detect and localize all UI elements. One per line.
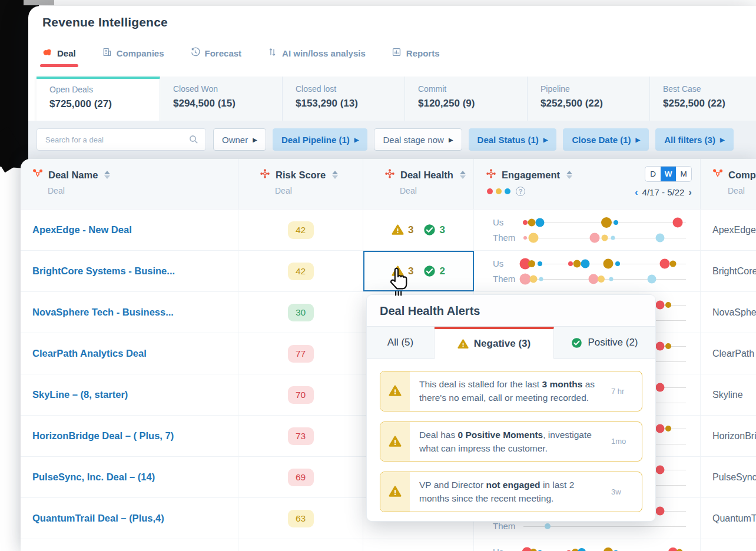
activity-dot[interactable]: [660, 258, 670, 268]
activity-dot[interactable]: [598, 276, 605, 283]
activity-dot[interactable]: [655, 341, 664, 350]
deal-health-cell[interactable]: 32: [363, 251, 474, 291]
activity-dot[interactable]: [648, 274, 656, 283]
tab-deal[interactable]: Deal: [42, 47, 76, 67]
activity-dot[interactable]: [614, 220, 618, 225]
activity-dot[interactable]: [604, 547, 613, 551]
period-option-m[interactable]: M: [676, 167, 691, 181]
company-cell: BrightCore: [701, 251, 756, 291]
column-header-risk-score[interactable]: Risk ScoreDeal: [238, 159, 363, 209]
deal-health-cell[interactable]: 33: [363, 210, 474, 250]
reports-icon: [392, 47, 402, 59]
popup-tab-all-5-[interactable]: All (5): [367, 327, 435, 359]
period-option-d[interactable]: D: [645, 167, 661, 181]
filter-chip-all-filters-3-[interactable]: All filters (3)▶: [655, 128, 733, 151]
table-row: ApexEdge - New Deal4233UsThemApexEdge: [21, 209, 756, 250]
activity-dot[interactable]: [588, 274, 598, 284]
activity-dot[interactable]: [611, 235, 615, 240]
activity-dot[interactable]: [609, 277, 614, 281]
activity-dot[interactable]: [676, 549, 682, 551]
activity-dot[interactable]: [538, 261, 542, 266]
summary-card-best-case[interactable]: Best Case$252,500 (22): [650, 77, 756, 121]
activity-dot[interactable]: [535, 218, 544, 227]
filter-chip-deal-status-1-[interactable]: Deal Status (1)▶: [469, 128, 557, 151]
activity-dot[interactable]: [530, 549, 537, 551]
column-header-engagement[interactable]: Engagement?DWM‹4/17 - 5/22›: [474, 159, 701, 209]
activity-dot[interactable]: [590, 233, 600, 243]
tab-companies[interactable]: Companies: [102, 47, 164, 67]
activity-dot[interactable]: [528, 233, 538, 243]
activity-dot[interactable]: [529, 275, 537, 283]
ai-icon: [267, 47, 277, 59]
help-icon[interactable]: ?: [516, 187, 525, 196]
activity-dot[interactable]: [528, 218, 535, 226]
summary-card-open-deals[interactable]: Open Deals$725,000 (27): [37, 77, 160, 121]
deal-name-link[interactable]: NovaSphere Tech - Business...: [32, 307, 174, 318]
activity-dot[interactable]: [655, 233, 664, 242]
summary-card-pipeline[interactable]: Pipeline$252,500 (22): [528, 77, 650, 121]
popup-tab-positive-2-[interactable]: Positive (2): [554, 327, 655, 359]
activity-dot[interactable]: [665, 302, 671, 308]
filter-chip-owner[interactable]: Owner▶: [213, 128, 266, 151]
deal-name-link[interactable]: HorizonBridge Deal – ( Plus, 7): [32, 430, 174, 442]
column-header-companies[interactable]: CompaniesDeal: [701, 159, 756, 209]
activity-dot[interactable]: [655, 300, 664, 309]
engagement-us-label: Us: [493, 217, 523, 227]
alert-item[interactable]: Deal has 0 Positive Moments, investigate…: [380, 421, 642, 462]
column-header-deal-name[interactable]: Deal NameDeal: [21, 159, 238, 209]
activity-dot[interactable]: [601, 217, 612, 228]
deal-name-link[interactable]: SkyLine – (8, starter): [32, 389, 128, 400]
activity-dot[interactable]: [673, 217, 683, 227]
deal-name-link[interactable]: QuantumTrail Deal – (Plus,4): [32, 513, 164, 524]
activity-dot[interactable]: [528, 260, 535, 267]
activity-dot[interactable]: [523, 236, 527, 240]
activity-dot[interactable]: [578, 548, 586, 551]
activity-dot[interactable]: [602, 234, 608, 241]
activity-dot[interactable]: [603, 258, 613, 268]
tab-reports[interactable]: Reports: [392, 47, 440, 67]
column-header-deal-health[interactable]: Deal HealthDeal: [363, 159, 474, 209]
popup-tab-negative-3-[interactable]: Negative (3): [435, 327, 554, 359]
chevron-left-icon[interactable]: ‹: [635, 187, 638, 197]
activity-dot[interactable]: [568, 261, 573, 266]
activity-dot[interactable]: [581, 259, 589, 268]
deal-health-cell[interactable]: [363, 539, 474, 551]
deal-name-link[interactable]: ApexEdge - New Deal: [32, 224, 132, 235]
chevron-right-icon[interactable]: ›: [688, 187, 692, 197]
activity-dot[interactable]: [655, 383, 664, 391]
activity-dot[interactable]: [655, 424, 664, 433]
activity-dot[interactable]: [655, 465, 664, 474]
companies-icon: [102, 47, 112, 59]
deal-name-link[interactable]: BrightCore Systems - Busine...: [32, 265, 175, 277]
activity-dot[interactable]: [665, 426, 671, 431]
tab-forecast[interactable]: Forecast: [190, 47, 242, 67]
filter-chip-deal-stage-now[interactable]: Deal stage now▶: [374, 128, 462, 151]
activity-dot[interactable]: [539, 277, 543, 281]
activity-dot[interactable]: [655, 506, 664, 515]
search-box[interactable]: [37, 128, 206, 151]
summary-card-closed-won[interactable]: Closed Won$294,500 (15): [160, 77, 283, 121]
sort-icon[interactable]: [104, 171, 110, 179]
alert-item[interactable]: This deal is stalled for the last 3 mont…: [380, 371, 642, 411]
summary-card-commit[interactable]: Commit$120,250 (9): [405, 77, 528, 121]
summary-card-closed-lost[interactable]: Closed lost$153,290 (13): [283, 77, 405, 121]
period-option-w[interactable]: W: [661, 167, 676, 181]
activity-dot[interactable]: [523, 220, 528, 225]
sort-icon[interactable]: [460, 171, 466, 179]
search-input[interactable]: [37, 135, 189, 144]
activity-dot[interactable]: [545, 523, 551, 529]
sort-icon[interactable]: [332, 171, 338, 179]
card-label: Best Case: [663, 84, 756, 94]
deal-name-link[interactable]: PulseSync, Inc. Deal – (14): [32, 472, 155, 483]
column-title: Risk Score: [276, 170, 326, 181]
activity-dot[interactable]: [669, 260, 676, 267]
activity-dot[interactable]: [615, 261, 620, 266]
activity-dot[interactable]: [573, 260, 581, 267]
activity-dot[interactable]: [665, 343, 671, 349]
alert-item[interactable]: VP and Director not engaged in last 2 mo…: [380, 472, 642, 512]
filter-chip-close-date-1-[interactable]: Close Date (1)▶: [563, 128, 649, 151]
sort-icon[interactable]: [566, 171, 572, 179]
deal-name-link[interactable]: ClearPath Analytics Deal: [32, 348, 147, 359]
tab-ai-win-loss-analysis[interactable]: AI win/loss analysis: [267, 47, 366, 67]
filter-chip-deal-pipeline-1-[interactable]: Deal Pipeline (1)▶: [273, 128, 368, 151]
